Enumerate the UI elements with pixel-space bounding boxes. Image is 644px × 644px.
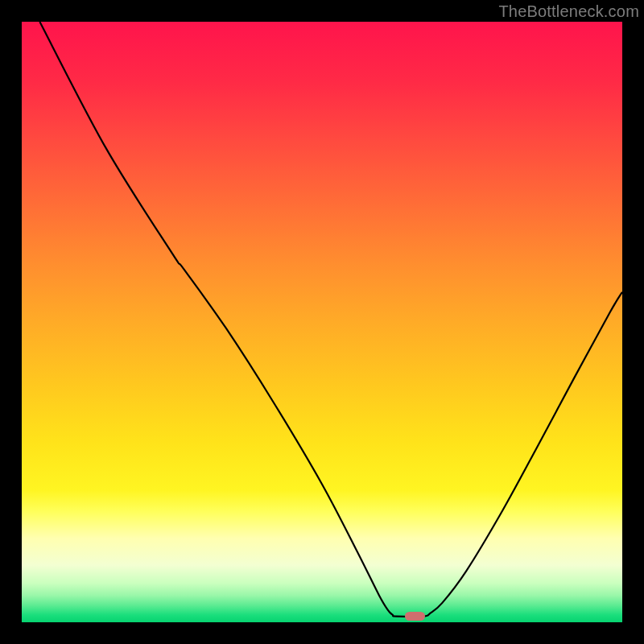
gradient-background	[22, 22, 622, 622]
optimal-marker	[405, 612, 425, 621]
bottleneck-chart	[22, 22, 622, 622]
chart-frame	[22, 22, 622, 622]
watermark-text: TheBottleneck.com	[498, 2, 639, 21]
